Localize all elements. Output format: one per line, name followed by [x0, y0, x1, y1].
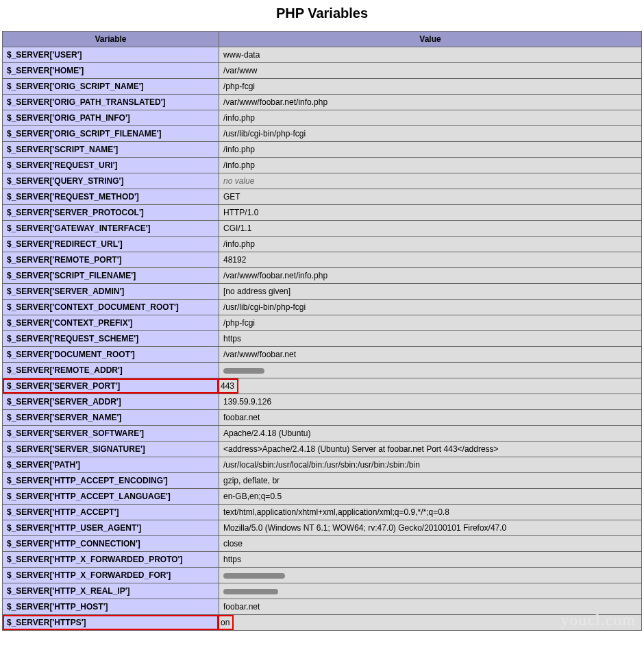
- variable-cell: $_SERVER['HTTPS']: [3, 615, 219, 631]
- value-cell: on: [219, 615, 642, 631]
- table-row: $_SERVER['ORIG_PATH_INFO']/info.php: [3, 110, 642, 126]
- variable-cell: $_SERVER['REDIRECT_URL']: [3, 237, 219, 252]
- table-row: $_SERVER['REQUEST_METHOD']GET: [3, 189, 642, 205]
- variable-cell: $_SERVER['SCRIPT_FILENAME']: [3, 268, 219, 284]
- value-cell: /php-fcgi: [219, 79, 642, 95]
- table-row: $_SERVER['SERVER_NAME']foobar.net: [3, 410, 642, 426]
- value-cell: [219, 583, 642, 599]
- value-cell: close: [219, 536, 642, 552]
- table-row: $_SERVER['REDIRECT_URL']/info.php: [3, 237, 642, 252]
- php-variables-table: Variable Value $_SERVER['USER']www-data$…: [2, 31, 642, 631]
- value-cell: en-GB,en;q=0.5: [219, 489, 642, 505]
- variable-cell: $_SERVER['HTTP_ACCEPT']: [3, 505, 219, 520]
- value-cell: 48192: [219, 252, 642, 268]
- value-cell: CGI/1.1: [219, 221, 642, 237]
- table-row: $_SERVER['USER']www-data: [3, 47, 642, 63]
- variable-cell: $_SERVER['REQUEST_URI']: [3, 158, 219, 173]
- variable-cell: $_SERVER['HTTP_ACCEPT_ENCODING']: [3, 473, 219, 489]
- table-row: $_SERVER['HTTPS']on: [3, 615, 642, 631]
- value-cell: <address>Apache/2.4.18 (Ubuntu) Server a…: [219, 442, 642, 457]
- table-row: $_SERVER['QUERY_STRING']no value: [3, 173, 642, 189]
- redacted-value: [223, 589, 278, 594]
- value-cell: /usr/local/sbin:/usr/local/bin:/usr/sbin…: [219, 457, 642, 473]
- value-cell: foobar.net: [219, 599, 642, 615]
- value-cell: Mozilla/5.0 (Windows NT 6.1; WOW64; rv:4…: [219, 520, 642, 536]
- table-row: $_SERVER['ORIG_SCRIPT_FILENAME']/usr/lib…: [3, 126, 642, 142]
- value-cell: [219, 568, 642, 583]
- value-cell: /var/www/foobar.net/info.php: [219, 268, 642, 284]
- value-cell: foobar.net: [219, 410, 642, 426]
- no-value-text: no value: [223, 176, 254, 186]
- table-row: $_SERVER['REQUEST_URI']/info.php: [3, 158, 642, 173]
- variable-cell: $_SERVER['ORIG_SCRIPT_NAME']: [3, 79, 219, 95]
- variable-cell: $_SERVER['SERVER_SOFTWARE']: [3, 426, 219, 442]
- variable-cell: $_SERVER['ORIG_PATH_INFO']: [3, 110, 219, 126]
- variable-cell: $_SERVER['SERVER_ADMIN']: [3, 284, 219, 300]
- value-cell: /info.php: [219, 158, 642, 173]
- redacted-value: [223, 368, 264, 374]
- variable-cell: $_SERVER['REQUEST_METHOD']: [3, 189, 219, 205]
- variable-cell: $_SERVER['USER']: [3, 47, 219, 63]
- value-cell: /var/www/foobar.net/info.php: [219, 95, 642, 110]
- variable-cell: $_SERVER['QUERY_STRING']: [3, 173, 219, 189]
- table-row: $_SERVER['SERVER_SOFTWARE']Apache/2.4.18…: [3, 426, 642, 442]
- table-row: $_SERVER['ORIG_SCRIPT_NAME']/php-fcgi: [3, 79, 642, 95]
- table-row: $_SERVER['HTTP_X_FORWARDED_FOR']: [3, 568, 642, 583]
- table-row: $_SERVER['GATEWAY_INTERFACE']CGI/1.1: [3, 221, 642, 237]
- value-cell: https: [219, 331, 642, 347]
- value-cell: 139.59.9.126: [219, 394, 642, 410]
- value-cell: GET: [219, 189, 642, 205]
- table-row: $_SERVER['ORIG_PATH_TRANSLATED']/var/www…: [3, 95, 642, 110]
- value-cell: /var/www: [219, 63, 642, 79]
- variable-cell: $_SERVER['HTTP_CONNECTION']: [3, 536, 219, 552]
- variable-cell: $_SERVER['SERVER_ADDR']: [3, 394, 219, 410]
- value-cell: HTTP/1.0: [219, 205, 642, 221]
- value-cell: /usr/lib/cgi-bin/php-fcgi: [219, 126, 642, 142]
- value-cell: text/html,application/xhtml+xml,applicat…: [219, 505, 642, 520]
- variable-cell: $_SERVER['CONTEXT_PREFIX']: [3, 315, 219, 331]
- variable-cell: $_SERVER['HTTP_X_FORWARDED_FOR']: [3, 568, 219, 583]
- variable-cell: $_SERVER['PATH']: [3, 457, 219, 473]
- value-cell: /info.php: [219, 110, 642, 126]
- value-cell: /info.php: [219, 142, 642, 158]
- value-cell: gzip, deflate, br: [219, 473, 642, 489]
- variable-cell: $_SERVER['REMOTE_ADDR']: [3, 363, 219, 378]
- column-header-value: Value: [219, 32, 642, 47]
- variable-cell: $_SERVER['SERVER_SIGNATURE']: [3, 442, 219, 457]
- variable-cell: $_SERVER['HTTP_HOST']: [3, 599, 219, 615]
- table-header-row: Variable Value: [3, 32, 642, 47]
- value-cell: 443: [219, 378, 642, 394]
- table-row: $_SERVER['HTTP_ACCEPT_ENCODING']gzip, de…: [3, 473, 642, 489]
- value-cell: www-data: [219, 47, 642, 63]
- variable-cell: $_SERVER['ORIG_PATH_TRANSLATED']: [3, 95, 219, 110]
- value-cell: /info.php: [219, 237, 642, 252]
- table-row: $_SERVER['HTTP_ACCEPT_LANGUAGE']en-GB,en…: [3, 489, 642, 505]
- table-row: $_SERVER['HTTP_X_REAL_IP']: [3, 583, 642, 599]
- variable-cell: $_SERVER['HOME']: [3, 63, 219, 79]
- table-row: $_SERVER['SERVER_PORT']443: [3, 378, 642, 394]
- table-row: $_SERVER['CONTEXT_DOCUMENT_ROOT']/usr/li…: [3, 300, 642, 315]
- column-header-variable: Variable: [3, 32, 219, 47]
- variable-cell: $_SERVER['SCRIPT_NAME']: [3, 142, 219, 158]
- highlighted-value: on: [219, 616, 232, 629]
- value-cell: /var/www/foobar.net: [219, 347, 642, 363]
- variable-cell: $_SERVER['ORIG_SCRIPT_FILENAME']: [3, 126, 219, 142]
- table-row: $_SERVER['HTTP_CONNECTION']close: [3, 536, 642, 552]
- table-row: $_SERVER['SERVER_ADDR']139.59.9.126: [3, 394, 642, 410]
- value-cell: [no address given]: [219, 284, 642, 300]
- value-cell: [219, 363, 642, 378]
- variable-cell: $_SERVER['CONTEXT_DOCUMENT_ROOT']: [3, 300, 219, 315]
- table-row: $_SERVER['SERVER_PROTOCOL']HTTP/1.0: [3, 205, 642, 221]
- table-row: $_SERVER['SCRIPT_FILENAME']/var/www/foob…: [3, 268, 642, 284]
- value-cell: /usr/lib/cgi-bin/php-fcgi: [219, 300, 642, 315]
- variable-cell: $_SERVER['SERVER_PORT']: [3, 378, 219, 394]
- page-title: PHP Variables: [0, 0, 644, 31]
- table-row: $_SERVER['HTTP_X_FORWARDED_PROTO']https: [3, 552, 642, 568]
- table-row: $_SERVER['SCRIPT_NAME']/info.php: [3, 142, 642, 158]
- table-row: $_SERVER['PATH']/usr/local/sbin:/usr/loc…: [3, 457, 642, 473]
- value-cell: Apache/2.4.18 (Ubuntu): [219, 426, 642, 442]
- variable-cell: $_SERVER['HTTP_X_FORWARDED_PROTO']: [3, 552, 219, 568]
- variable-cell: $_SERVER['SERVER_NAME']: [3, 410, 219, 426]
- variable-cell: $_SERVER['DOCUMENT_ROOT']: [3, 347, 219, 363]
- variable-cell: $_SERVER['SERVER_PROTOCOL']: [3, 205, 219, 221]
